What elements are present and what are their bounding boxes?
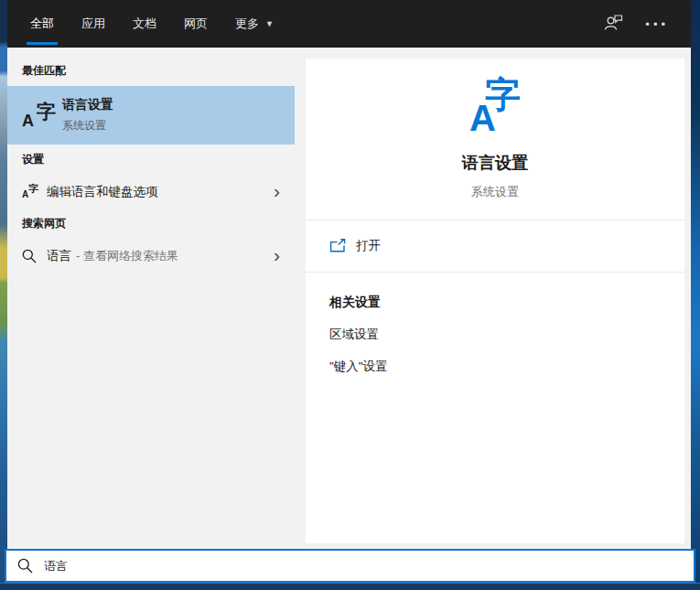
preview-card: 字A 语言设置 系统设置 打开: [306, 59, 684, 543]
web-search-section-header: 搜索网页: [7, 209, 295, 239]
chevron-right-icon: ›: [274, 181, 280, 203]
web-search-item[interactable]: 语言 - 查看网络搜索结果 ›: [7, 239, 295, 273]
search-input[interactable]: [44, 559, 694, 573]
taskbar-edge: [0, 583, 700, 590]
preview-subtitle: 系统设置: [471, 184, 519, 200]
settings-item-edit-language-keyboard[interactable]: 字A 编辑语言和键盘选项 ›: [7, 175, 295, 209]
tab-web-label: 网页: [184, 16, 208, 32]
tab-documents[interactable]: 文档: [129, 0, 160, 48]
related-item-region-settings[interactable]: 区域设置: [329, 327, 661, 343]
windows-search-flyout: 全部 应用 文档 网页 更多▼ ••• 最佳匹配: [0, 0, 700, 590]
results-list: 最佳匹配 字A 语言设置 系统设置 设置 字A: [7, 48, 295, 549]
settings-item-label: 编辑语言和键盘选项: [47, 184, 158, 200]
search-results-panel: 全部 应用 文档 网页 更多▼ ••• 最佳匹配: [7, 0, 691, 549]
chevron-right-icon: ›: [274, 245, 280, 267]
web-search-hint: - 查看网络搜索结果: [76, 248, 178, 264]
related-settings: 相关设置 区域设置 "键入"设置: [306, 273, 684, 397]
open-action-label: 打开: [356, 238, 381, 254]
chevron-down-icon: ▼: [265, 19, 274, 28]
tab-apps-label: 应用: [81, 16, 105, 32]
result-title: 语言设置: [62, 97, 113, 113]
desktop-edge-right: [691, 0, 700, 590]
search-bar[interactable]: [5, 549, 695, 583]
best-match-header: 最佳匹配: [7, 56, 295, 86]
open-external-icon: [329, 239, 346, 253]
search-results-body: 最佳匹配 字A 语言设置 系统设置 设置 字A: [7, 48, 691, 549]
tab-more[interactable]: 更多▼: [232, 0, 277, 48]
language-settings-hero-icon: 字A: [469, 77, 521, 136]
result-text: 语言设置 系统设置: [62, 97, 113, 134]
feedback-user-icon[interactable]: [604, 13, 623, 35]
settings-section-header: 设置: [7, 145, 295, 175]
tab-documents-label: 文档: [133, 16, 156, 32]
search-icon: [22, 249, 37, 263]
topbar-actions: •••: [604, 0, 691, 48]
preview-hero: 字A 语言设置 系统设置: [306, 59, 684, 220]
best-match-result-language-settings[interactable]: 字A 语言设置 系统设置: [7, 86, 295, 145]
tab-all[interactable]: 全部: [27, 0, 58, 48]
tab-web[interactable]: 网页: [180, 0, 211, 48]
tab-all-label: 全部: [30, 16, 54, 32]
search-filter-bar: 全部 应用 文档 网页 更多▼ •••: [7, 0, 691, 48]
tab-apps[interactable]: 应用: [78, 0, 109, 48]
language-small-icon: 字A: [22, 184, 38, 199]
desktop-edge-left: [0, 0, 7, 590]
web-search-query: 语言: [47, 248, 71, 264]
tab-more-label: 更多: [235, 16, 259, 32]
related-settings-header: 相关设置: [329, 295, 661, 311]
open-action[interactable]: 打开: [306, 220, 684, 272]
result-subtitle: 系统设置: [62, 118, 113, 134]
preview-pane: 字A 语言设置 系统设置 打开: [295, 48, 691, 549]
preview-title: 语言设置: [462, 152, 528, 174]
related-item-typing-settings[interactable]: "键入"设置: [329, 359, 661, 375]
filter-tabs: 全部 应用 文档 网页 更多▼: [7, 0, 297, 48]
ellipsis-menu-icon[interactable]: •••: [645, 18, 669, 30]
language-settings-icon: 字A: [22, 102, 56, 129]
search-icon: [17, 558, 33, 574]
